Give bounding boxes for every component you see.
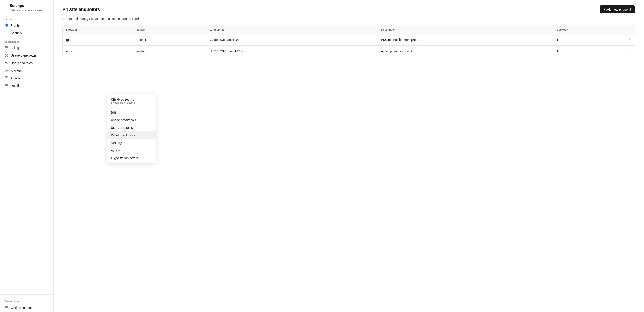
page-description: Create and manage private endpoints that… <box>62 17 635 21</box>
cell-services-1: 1 <box>553 46 624 57</box>
col-actions <box>624 25 635 34</box>
svg-rect-13 <box>5 84 8 87</box>
billing-icon <box>4 46 8 50</box>
sidebar-item-profile[interactable]: 👤 Profile <box>0 22 53 29</box>
dropdown-item-usage-breakdown[interactable]: Usage breakdown <box>107 116 156 124</box>
svg-point-3 <box>6 62 7 63</box>
col-services: Services <box>553 25 624 34</box>
sidebar-item-label-profile: Profile <box>11 24 20 27</box>
table-row: azure westus3 de813693-8b1a-4187-8a... A… <box>63 46 635 57</box>
users-icon <box>4 61 8 65</box>
cell-actions-1: × <box>624 46 635 57</box>
endpoints-table: Provider Region Endpoint Id Description … <box>63 25 635 57</box>
svg-rect-0 <box>5 47 8 49</box>
dropdown-menu: ClickHouse, Inc Switch organizations › B… <box>107 94 156 163</box>
cell-description-1: Azure private endpoint <box>377 46 553 57</box>
cell-region-0: us-east1 <box>132 34 206 46</box>
sidebar-item-security[interactable]: 🛡 Security <box>0 29 53 37</box>
back-arrow-icon: ← <box>4 4 8 8</box>
table-header-row: Provider Region Endpoint Id Description … <box>63 25 635 34</box>
page-title: Private endpoints <box>62 7 100 12</box>
back-link[interactable]: ← Settings Return to your service view <box>4 4 49 12</box>
svg-rect-17 <box>5 306 8 309</box>
sidebar-item-label-api: API keys <box>11 69 23 72</box>
dropdown-chevron-icon: › <box>151 99 152 103</box>
api-keys-icon <box>4 69 8 73</box>
cell-endpoint-id-0: 77385093123801101 <box>206 34 377 46</box>
sidebar-item-label-usage: Usage breakdown <box>11 54 36 57</box>
dropdown-switch-label: Switch organizations <box>111 101 136 104</box>
sidebar-title: Settings <box>10 4 42 8</box>
security-icon: 🛡 <box>4 31 8 35</box>
dropdown-item-activity[interactable]: Activity <box>107 147 156 154</box>
bottom-section-label: Organization <box>0 296 53 303</box>
sidebar-header: ← Settings Return to your service view <box>0 0 53 15</box>
col-provider: Provider <box>63 25 132 34</box>
cell-services-0: 1 <box>553 34 624 46</box>
dropdown-item-api-keys[interactable]: API keys <box>107 139 156 147</box>
org-label: ClickHouse, Inc <box>11 306 32 309</box>
cell-endpoint-id-1: de813693-8b1a-4187-8a... <box>206 46 377 57</box>
sidebar-org-item[interactable]: ClickHouse, Inc › <box>0 303 53 312</box>
main-content: Private endpoints + Add new endpoint Cre… <box>54 0 644 312</box>
account-section-label: Account <box>0 15 53 22</box>
sidebar-item-label-activity: Activity <box>11 76 20 80</box>
cell-actions-0: × <box>624 34 635 46</box>
sidebar-subtitle: Return to your service view <box>10 9 42 12</box>
delete-endpoint-1-button[interactable]: × <box>628 49 631 53</box>
sidebar-item-users-roles[interactable]: Users and roles <box>0 59 53 67</box>
dropdown-item-private-endpoints[interactable]: Private endpoints <box>107 131 156 139</box>
details-icon <box>4 84 8 88</box>
dropdown-header: ClickHouse, Inc Switch organizations › <box>107 95 156 106</box>
cell-description-0: PSC connection from proj... <box>377 34 553 46</box>
main-header: Private endpoints + Add new endpoint <box>62 5 635 14</box>
cell-region-1: westus3 <box>132 46 206 57</box>
cell-provider-1: azure <box>63 46 132 57</box>
sidebar: ← Settings Return to your service view A… <box>0 0 54 312</box>
profile-icon: 👤 <box>4 24 8 28</box>
endpoints-table-container: Provider Region Endpoint Id Description … <box>62 25 635 57</box>
sidebar-item-api-keys[interactable]: API keys <box>0 67 53 74</box>
activity-icon <box>4 76 8 80</box>
add-endpoint-button[interactable]: + Add new endpoint <box>600 5 635 14</box>
svg-point-5 <box>5 70 7 71</box>
org-section-label: Organization <box>0 37 53 44</box>
dropdown-org-name: ClickHouse, Inc <box>111 98 136 101</box>
sidebar-item-details[interactable]: Details <box>0 82 53 90</box>
sidebar-item-label-details: Details <box>11 84 20 88</box>
dropdown-item-org-details[interactable]: Organization details <box>107 154 156 162</box>
org-icon <box>4 306 8 310</box>
sidebar-item-label-users: Users and roles <box>11 61 32 65</box>
col-region: Region <box>132 25 206 34</box>
chevron-right-icon: › <box>48 306 49 309</box>
sidebar-item-activity[interactable]: Activity <box>0 74 53 82</box>
delete-endpoint-0-button[interactable]: × <box>628 38 631 42</box>
usage-icon <box>4 53 8 57</box>
sidebar-item-label-billing: Billing <box>11 46 19 50</box>
sidebar-bottom: Organization ClickHouse, Inc › <box>0 294 53 312</box>
svg-point-4 <box>7 62 8 63</box>
sidebar-item-usage-breakdown[interactable]: Usage breakdown <box>0 52 53 59</box>
dropdown-item-billing[interactable]: Billing <box>107 109 156 116</box>
sidebar-item-label-security: Security <box>11 31 22 35</box>
table-row: gcp us-east1 77385093123801101 PSC conne… <box>63 34 635 46</box>
col-description: Description <box>377 25 553 34</box>
sidebar-item-billing[interactable]: Billing <box>0 44 53 52</box>
dropdown-item-users-roles[interactable]: Users and roles <box>107 124 156 131</box>
cell-provider-0: gcp <box>63 34 132 46</box>
col-endpoint-id: Endpoint Id <box>206 25 377 34</box>
